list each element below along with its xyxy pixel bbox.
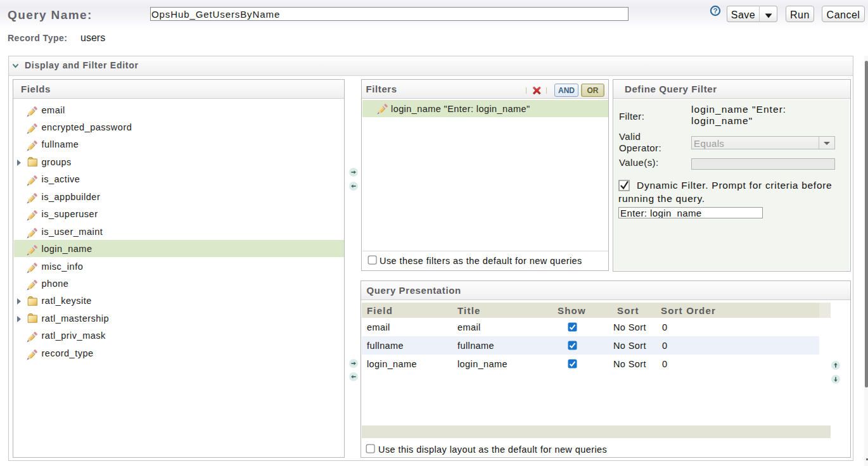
svg-text:?: ? bbox=[713, 7, 717, 15]
